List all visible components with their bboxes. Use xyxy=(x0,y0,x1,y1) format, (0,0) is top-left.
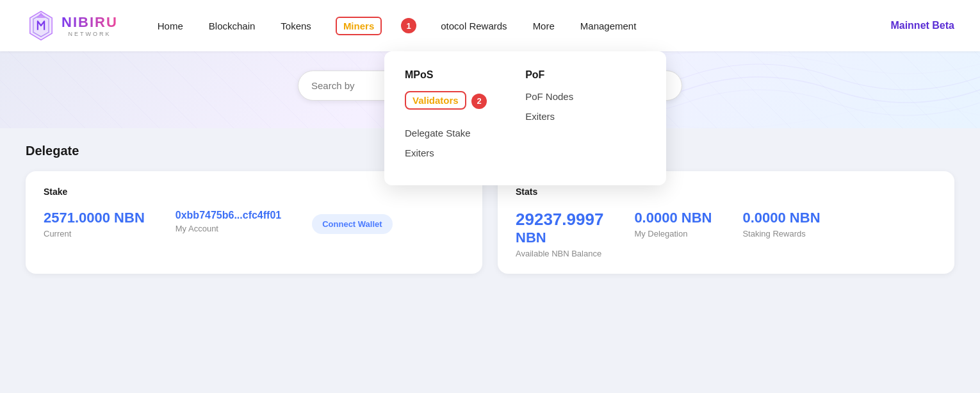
dropdown-columns: MPoS Validators 2 Delegate Stake Exiters… xyxy=(405,69,646,167)
stats-rewards-label: Staking Rewards xyxy=(742,229,820,238)
logo-text: NIBIRU NETWORK xyxy=(61,14,118,37)
mpos-title: MPoS xyxy=(405,69,487,81)
validators-link[interactable]: Validators xyxy=(405,91,466,110)
pof-title: PoF xyxy=(525,69,573,81)
logo-name: NIBIRU xyxy=(61,14,118,31)
stats-delegation-value: 0.0000 NBN xyxy=(634,210,712,226)
mpos-exiters-link[interactable]: Exiters xyxy=(405,147,487,158)
logo-network: NETWORK xyxy=(61,31,118,37)
stake-account-value: 0xbb7475b6...cfc4ff01 xyxy=(176,210,281,221)
stats-card-title: Stats xyxy=(516,187,936,197)
stats-available-label: Available NBN Balance xyxy=(516,249,603,258)
nav-blockchain[interactable]: Blockchain xyxy=(208,18,257,34)
stats-delegation-block: 0.0000 NBN My Delegation xyxy=(634,210,712,238)
miners-dropdown: MPoS Validators 2 Delegate Stake Exiters… xyxy=(384,51,666,185)
nav-protocol-rewards[interactable]: otocol Rewards xyxy=(439,18,508,34)
stake-account-label: My Account xyxy=(176,224,281,233)
main-nav: Home Blockchain Tokens Miners 1 otocol R… xyxy=(156,17,891,35)
pof-exiters-link[interactable]: Exiters xyxy=(525,111,573,122)
stats-card-row: 29237.9997 NBN Available NBN Balance 0.0… xyxy=(516,210,936,258)
nav-management[interactable]: Management xyxy=(579,18,638,34)
nav-tokens[interactable]: Tokens xyxy=(279,18,313,34)
pof-nodes-link[interactable]: PoF Nodes xyxy=(525,91,573,102)
logo[interactable]: NIBIRU NETWORK xyxy=(26,10,118,41)
stake-card: Stake 2571.0000 NBN Current 0xbb7475b6..… xyxy=(26,171,482,274)
connect-wallet-button[interactable]: Connect Wallet xyxy=(312,214,392,234)
stats-card: Stats 29237.9997 NBN Available NBN Balan… xyxy=(498,171,954,274)
stats-rewards-value: 0.0000 NBN xyxy=(742,210,820,226)
stats-rewards-block: 0.0000 NBN Staking Rewards xyxy=(742,210,820,238)
nav-home[interactable]: Home xyxy=(156,18,184,34)
stake-card-title: Stake xyxy=(44,187,464,197)
nibiru-logo-icon xyxy=(26,10,56,41)
stats-available-value: 29237.9997 xyxy=(516,210,603,230)
stake-current-block: 2571.0000 NBN Current xyxy=(44,210,145,238)
stake-account-block: 0xbb7475b6...cfc4ff01 My Account xyxy=(176,210,281,233)
dropdown-item-validators[interactable]: Validators 2 xyxy=(405,91,487,119)
mainnet-label: Mainnet Beta xyxy=(890,20,954,31)
validators-badge: 2 xyxy=(471,94,487,109)
stake-current-label: Current xyxy=(44,229,145,238)
nav-miners[interactable]: Miners xyxy=(336,17,382,35)
delegate-stake-link[interactable]: Delegate Stake xyxy=(405,128,487,138)
stake-current-value: 2571.0000 NBN xyxy=(44,210,145,226)
mpos-column: MPoS Validators 2 Delegate Stake Exiters xyxy=(405,69,487,167)
header: NIBIRU NETWORK Home Blockchain Tokens Mi… xyxy=(0,0,980,51)
nav-more[interactable]: More xyxy=(532,18,556,34)
stats-available-suffix: NBN xyxy=(516,230,603,246)
pof-column: PoF PoF Nodes Exiters xyxy=(525,69,573,167)
stake-card-row: 2571.0000 NBN Current 0xbb7475b6...cfc4f… xyxy=(44,210,464,238)
stats-delegation-label: My Delegation xyxy=(634,229,712,238)
miners-badge: 1 xyxy=(401,18,416,33)
cards-row: Stake 2571.0000 NBN Current 0xbb7475b6..… xyxy=(26,171,954,274)
stats-available-block: 29237.9997 NBN Available NBN Balance xyxy=(516,210,603,258)
